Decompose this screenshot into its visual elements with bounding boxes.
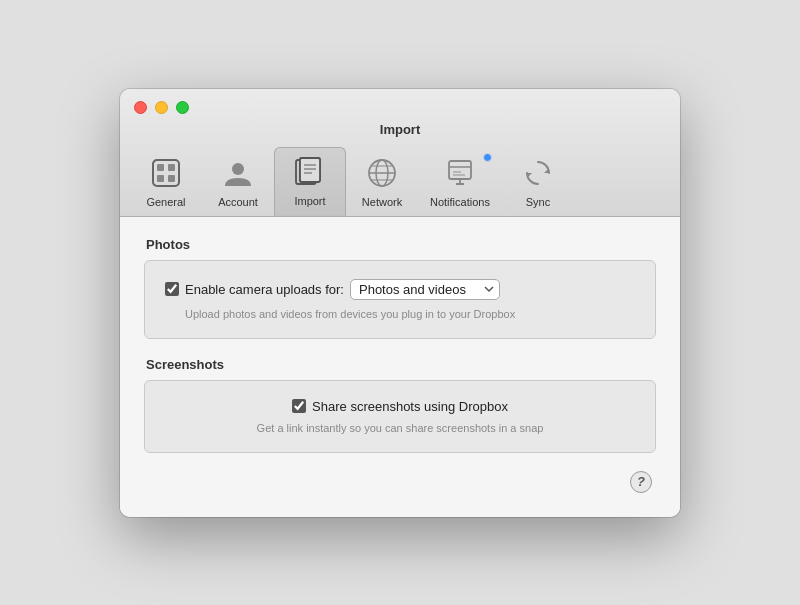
svg-marker-24 — [527, 173, 532, 178]
svg-rect-17 — [449, 161, 471, 179]
svg-marker-23 — [544, 168, 549, 173]
account-label: Account — [218, 196, 258, 208]
toolbar-item-notifications[interactable]: Notifications — [418, 149, 502, 216]
screenshots-helper-text: Get a link instantly so you can share sc… — [165, 422, 635, 434]
content-area: Photos Enable camera uploads for: Photos… — [120, 217, 680, 517]
sync-label: Sync — [526, 196, 550, 208]
sync-icon — [518, 153, 558, 193]
help-button[interactable]: ? — [630, 471, 652, 493]
upload-type-dropdown[interactable]: Photos and videos Photos only — [350, 279, 500, 300]
svg-rect-3 — [157, 175, 164, 182]
window-title: Import — [380, 122, 420, 137]
network-icon — [362, 153, 402, 193]
share-screenshots-label: Share screenshots using Dropbox — [312, 399, 508, 414]
screenshots-section-title: Screenshots — [144, 357, 656, 372]
photos-section-title: Photos — [144, 237, 656, 252]
photos-helper-text: Upload photos and videos from devices yo… — [165, 308, 635, 320]
svg-rect-4 — [168, 175, 175, 182]
titlebar: Import General — [120, 89, 680, 217]
window-controls — [120, 101, 189, 114]
share-screenshots-checkbox[interactable] — [292, 399, 306, 413]
import-icon — [290, 152, 330, 192]
close-button[interactable] — [134, 101, 147, 114]
svg-rect-8 — [300, 158, 320, 182]
toolbar-item-network[interactable]: Network — [346, 149, 418, 216]
notification-badge — [483, 153, 492, 162]
toolbar-item-account[interactable]: Account — [202, 149, 274, 216]
general-label: General — [146, 196, 185, 208]
network-label: Network — [362, 196, 402, 208]
toolbar-item-sync[interactable]: Sync — [502, 149, 574, 216]
svg-point-5 — [232, 163, 244, 175]
import-label: Import — [294, 195, 325, 207]
svg-rect-1 — [157, 164, 164, 171]
camera-upload-checkbox[interactable] — [165, 282, 179, 296]
screenshots-section-box: Share screenshots using Dropbox Get a li… — [144, 380, 656, 453]
toolbar-item-general[interactable]: General — [130, 149, 202, 216]
account-icon — [218, 153, 258, 193]
photos-section-box: Enable camera uploads for: Photos and vi… — [144, 260, 656, 339]
share-screenshots-row: Share screenshots using Dropbox — [165, 399, 635, 414]
svg-rect-0 — [153, 160, 179, 186]
preferences-window: Import General — [120, 89, 680, 517]
notifications-icon — [440, 153, 480, 193]
minimize-button[interactable] — [155, 101, 168, 114]
camera-upload-label: Enable camera uploads for: — [185, 282, 344, 297]
notifications-label: Notifications — [430, 196, 490, 208]
general-icon — [146, 153, 186, 193]
help-button-row: ? — [144, 471, 656, 493]
svg-rect-2 — [168, 164, 175, 171]
toolbar: General Account — [120, 147, 680, 216]
maximize-button[interactable] — [176, 101, 189, 114]
toolbar-item-import[interactable]: Import — [274, 147, 346, 216]
camera-upload-row: Enable camera uploads for: Photos and vi… — [165, 279, 635, 300]
